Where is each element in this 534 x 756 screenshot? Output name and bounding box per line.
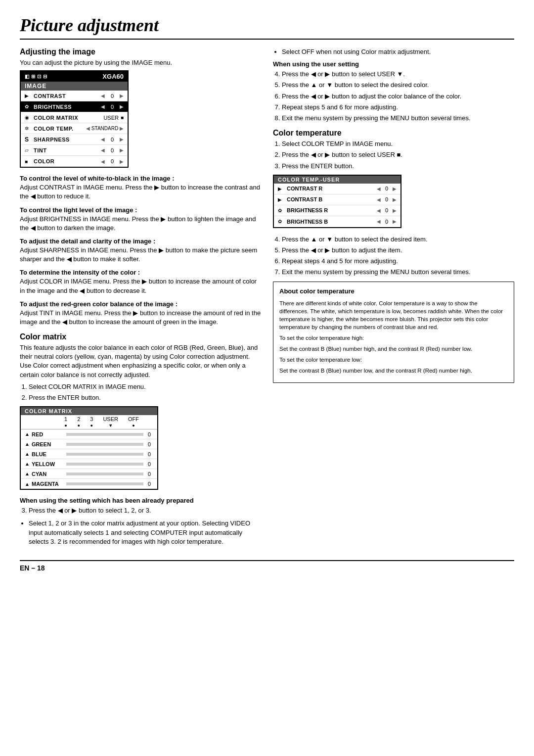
- color-label: COLOR: [34, 158, 101, 164]
- when-using-user-heading: When using the user setting: [273, 60, 514, 68]
- cm-row-yellow: ▲ YELLOW 0: [21, 459, 157, 469]
- color-left-arrow: ◀: [101, 159, 105, 164]
- ct-step7: Exit the menu system by pressing the MEN…: [282, 268, 514, 277]
- colortemp-icon: ✲: [25, 126, 34, 131]
- colortemp-right-arrow: ▶: [120, 126, 124, 131]
- ct-row-contrast-b: ▶ CONTRAST B ◀ 0 ▶: [274, 194, 400, 205]
- cm-row-magenta: ▲ MAGENTA 0: [21, 479, 157, 489]
- cm-cyan-bar: [66, 472, 143, 475]
- menu-row-sharpness: S SHARPNESS ◀ 0 ▶: [21, 134, 128, 145]
- cm-row-green: ▲ GREEN 0: [21, 439, 157, 449]
- cm-step3: Press the ◀ or ▶ button to select 1, 2, …: [29, 506, 261, 515]
- cm-cyan-val: 0: [145, 471, 153, 477]
- color-right-arrow: ▶: [120, 159, 124, 164]
- user-step7: Repeat steps 5 and 6 for more adjusting.: [282, 103, 514, 112]
- ct-step6: Repeat steps 4 and 5 for more adjusting.: [282, 257, 514, 266]
- cm-red-icon: ▲: [25, 431, 32, 437]
- ct-contrast-r-val: 0: [381, 186, 393, 191]
- ct-step1: Select COLOR TEMP in IMAGE menu.: [282, 140, 514, 148]
- ct-steps-after: Press the ▲ or ▼ button to select the de…: [282, 235, 514, 277]
- cm-label-1: 1●: [64, 416, 67, 428]
- tint-right-arrow: ▶: [120, 147, 124, 153]
- ct-brightness-r-left: ◀: [377, 208, 381, 213]
- select-off-item: Select OFF when not using Color matrix a…: [282, 47, 514, 56]
- contrast-left-arrow: [101, 93, 105, 98]
- section-brightness-heading: To control the light level of the image …: [20, 206, 261, 214]
- ct-contrast-r-icon: ▶: [278, 186, 287, 191]
- ct-brightness-r-icon: ✿: [278, 208, 287, 213]
- color-temp-steps-before: Select COLOR TEMP in IMAGE menu. Press t…: [282, 140, 514, 171]
- color-matrix-heading: Color matrix: [20, 332, 261, 341]
- colormatrix-user: USER: [103, 115, 119, 121]
- colortemp-label: COLOR TEMP.: [34, 126, 86, 132]
- menu-row-colormatrix: ◉ COLOR MATRIX USER ■: [21, 112, 128, 123]
- ct-contrast-b-right: ▶: [393, 197, 397, 202]
- section-sharpness-text: Adjust SHARPNESS in IMAGE menu. Press th…: [20, 246, 261, 264]
- contrast-val: 0: [105, 93, 120, 99]
- menu-row-brightness: ✿ BRIGHTNESS ◀ 0 ▶: [21, 101, 128, 112]
- cm-row-red: ▲ RED 0: [21, 429, 157, 439]
- about-ct-to-high-label: To set the color temperature high:: [279, 334, 508, 342]
- when-using-prepared-section: When using the setting which has been al…: [20, 497, 261, 546]
- sharpness-label: SHARPNESS: [34, 137, 101, 142]
- about-ct-to-low-label: To set the color temperature low:: [279, 356, 508, 364]
- cm-yellow-val: 0: [145, 461, 153, 467]
- ct-step2: Press the ◀ or ▶ button to select USER ■…: [282, 150, 514, 159]
- cm-table-header: COLOR MATRIX: [21, 407, 157, 415]
- menu-header: ◧ ⊞ ⊡ ⊟ XGA60: [21, 71, 128, 82]
- cm-magenta-icon: ▲: [25, 481, 32, 487]
- cm-magenta-label: MAGENTA: [32, 481, 64, 487]
- cm-yellow-bar: [66, 463, 143, 466]
- cm-row-blue: ▲ BLUE 0: [21, 449, 157, 459]
- menu-row-colortemp: ✲ COLOR TEMP. ◀ STANDARD ▶: [21, 123, 128, 134]
- colortemp-left-arrow: ◀: [86, 126, 90, 131]
- tint-val: 0: [105, 147, 120, 153]
- section-tint-text: Adjust TINT in IMAGE menu. Press the ▶ b…: [20, 309, 261, 327]
- cm-magenta-bar: [66, 482, 143, 485]
- color-matrix-table: COLOR MATRIX 1● 2● 3● USER▼ OFF● ▲ RED 0: [20, 406, 158, 490]
- cm-blue-label: BLUE: [32, 451, 64, 457]
- ct-brightness-b-right: ▶: [393, 219, 397, 224]
- icon4: ⊟: [43, 74, 47, 79]
- ct-brightness-b-left: ◀: [377, 219, 381, 224]
- cm-blue-bar: [66, 453, 143, 456]
- section-color-intensity: To determine the intensity of the color …: [20, 269, 261, 295]
- color-matrix-steps-before: Select COLOR MATRIX in IMAGE menu. Press…: [29, 382, 261, 402]
- cm-step2: Press the ENTER button.: [29, 393, 261, 402]
- icon1: ◧: [25, 74, 29, 79]
- cm-red-label: RED: [32, 431, 64, 437]
- section-contrast-text: Adjust CONTRAST in IMAGE menu. Press the…: [20, 183, 261, 201]
- cm-row-cyan: ▲ CYAN 0: [21, 469, 157, 479]
- contrast-right-arrow: [120, 93, 124, 98]
- about-ct-to-high-text: Set the contrast B (Blue) number high, a…: [279, 345, 508, 353]
- ct-step4: Press the ▲ or ▼ button to select the de…: [282, 235, 514, 244]
- user-step8: Exit the menu system by pressing the MEN…: [282, 114, 514, 123]
- ct-contrast-b-left: ◀: [377, 197, 381, 202]
- section-brightness: To control the light level of the image …: [20, 206, 261, 233]
- tint-icon: ▱: [25, 147, 34, 153]
- ct-contrast-b-label: CONTRAST B: [287, 196, 377, 202]
- when-using-prepared-heading: When using the setting which has been al…: [20, 497, 261, 504]
- contrast-label: CONTRAST: [34, 93, 101, 99]
- cm-cyan-icon: ▲: [25, 471, 32, 476]
- section-contrast-heading: To control the level of white-to-black i…: [20, 175, 261, 182]
- section-sharpness-heading: To adjust the detail and clarity of the …: [20, 237, 261, 245]
- ct-brightness-r-val: 0: [381, 207, 393, 213]
- color-matrix-intro: This feature adjusts the color balance i…: [20, 343, 261, 379]
- section-color-intensity-text: Adjust COLOR in IMAGE menu. Press the ▶ …: [20, 277, 261, 295]
- section-tint: To adjust the red-green color balance of…: [20, 300, 261, 327]
- right-column: Select OFF when not using Color matrix a…: [273, 47, 514, 550]
- menu-title: XGA60: [102, 73, 124, 80]
- cm-step1: Select COLOR MATRIX in IMAGE menu.: [29, 382, 261, 391]
- ct-step3: Press the ENTER button.: [282, 162, 514, 171]
- page-title: Picture adjustment: [20, 15, 514, 40]
- cm-col-labels: 1● 2● 3● USER▼ OFF●: [64, 416, 153, 428]
- ct-table-header: COLOR TEMP.-USER: [274, 176, 400, 184]
- cm-red-bar: [66, 433, 143, 436]
- colortemp-val: STANDARD: [90, 126, 120, 131]
- user-step5: Press the ▲ or ▼ button to select the de…: [282, 81, 514, 90]
- menu-row-contrast: ▶ CONTRAST 0: [21, 91, 128, 101]
- ct-contrast-r-left: ◀: [377, 186, 381, 191]
- ct-contrast-b-val: 0: [381, 196, 393, 202]
- sharpness-right-arrow: ▶: [120, 137, 124, 142]
